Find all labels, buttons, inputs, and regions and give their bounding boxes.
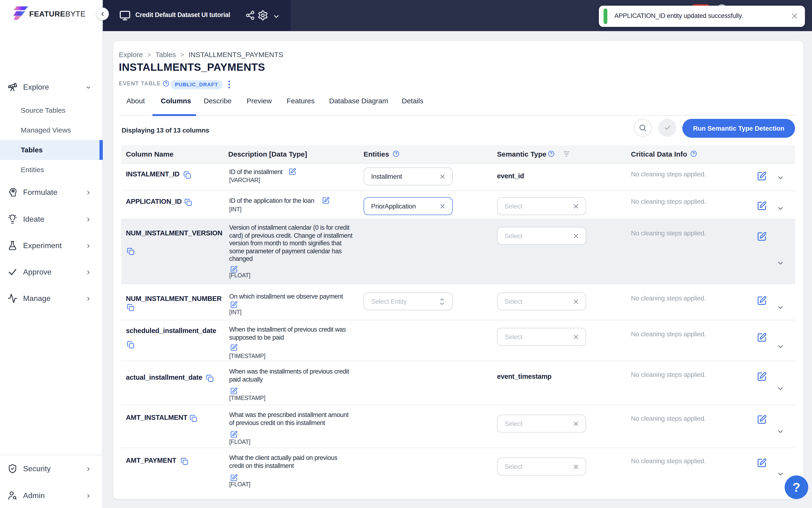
svg-text:?: ? bbox=[793, 480, 801, 494]
